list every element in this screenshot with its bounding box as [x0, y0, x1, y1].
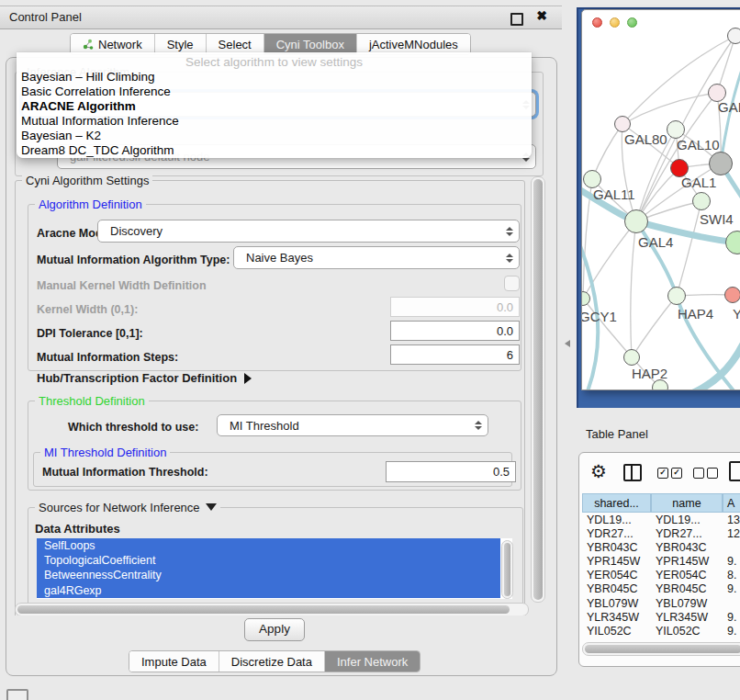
minimized-panel-icon[interactable]: [6, 689, 28, 700]
table-row[interactable]: YDL19... YDL19... 13: [582, 514, 740, 527]
algorithm-dropdown-item[interactable]: Bayesian – K2: [17, 129, 532, 143]
window-minimize-icon[interactable]: [610, 17, 620, 28]
split-divider-collapse-arrow[interactable]: [565, 340, 570, 347]
close-panel-icon[interactable]: ✖: [536, 8, 547, 23]
which-threshold-combobox[interactable]: MI Threshold: [217, 414, 488, 436]
network-node[interactable]: [623, 349, 640, 366]
table-row[interactable]: YDR27... YDR27... 12: [582, 527, 740, 541]
table-row[interactable]: YER054C YER054C 8.: [582, 569, 740, 582]
algorithm-dropdown-item[interactable]: Dream8 DC_TDC Algorithm: [17, 143, 532, 158]
table-panel-title: Table Panel: [586, 427, 648, 441]
unchecked-checkbox-icon[interactable]: [707, 468, 718, 479]
apply-button[interactable]: Apply: [244, 618, 305, 641]
data-attribute-item[interactable]: TopologicalCoefficient: [37, 553, 500, 568]
mi-algorithm-type-combobox[interactable]: Naive Bayes: [233, 246, 520, 269]
network-canvas[interactable]: GALGAL80GAL10GAL1GAL11GAL4SWI4HAP4YGCY1H…: [581, 9, 740, 390]
table-horizontal-scrollbar[interactable]: [582, 642, 740, 656]
app-root: Control Panel ✖ Network Style Select Cyn…: [0, 0, 740, 700]
data-attributes-list: SelfLoopsTopologicalCoefficientBetweenne…: [37, 538, 512, 599]
tab-impute-data[interactable]: Impute Data: [129, 651, 219, 672]
data-attributes-label: Data Attributes: [35, 522, 120, 536]
control-panel-title: Control Panel: [9, 10, 82, 24]
algorithm-definition-title: Algorithm Definition: [35, 198, 146, 211]
aracne-mode-value: Discovery: [110, 224, 163, 238]
mi-algorithm-type-value: Naive Bayes: [246, 251, 313, 265]
checked-checkbox-icon[interactable]: ✓: [657, 468, 668, 479]
network-node[interactable]: [667, 287, 686, 305]
window-close-icon[interactable]: [592, 17, 602, 28]
dpi-tolerance-field[interactable]: 0.0: [390, 321, 520, 341]
tab-style[interactable]: Style: [155, 34, 207, 54]
mi-algorithm-type-label: Mutual Information Algorithm Type:: [37, 254, 230, 266]
mi-threshold-field[interactable]: 0.5: [386, 461, 516, 482]
columns-icon[interactable]: [623, 464, 642, 481]
tab-infer-network[interactable]: Infer Network: [325, 651, 420, 672]
network-node[interactable]: [692, 192, 711, 210]
network-node[interactable]: [727, 28, 740, 44]
mi-steps-field[interactable]: 6: [390, 344, 520, 365]
attributes-list-scrollbar[interactable]: [501, 540, 513, 599]
algorithm-dropdown-item[interactable]: ARACNE Algorithm: [17, 99, 532, 114]
network-node-label: Y: [733, 306, 740, 322]
unchecked-checkbox-icon[interactable]: [693, 468, 704, 479]
table-panel: ⚙ ✓ ✓ shared... name A YDL19... YDL19...…: [578, 452, 740, 667]
settings-vertical-scrollbar[interactable]: [531, 176, 545, 603]
table-row[interactable]: YLR345W YLR345W 9.: [582, 611, 740, 625]
network-node[interactable]: [667, 120, 685, 139]
algorithm-dropdown-item[interactable]: Mutual Information Inference: [17, 114, 532, 129]
mi-threshold-label: Mutual Information Threshold:: [42, 466, 208, 479]
settings-scroll-area: Cyni Algorithm Settings Algorithm Defini…: [11, 173, 545, 615]
network-tab-icon: [83, 39, 94, 50]
algorithm-dropdown-item[interactable]: Bayesian – Hill Climbing: [17, 70, 532, 85]
table-row[interactable]: YPR145W YPR145W 9.: [582, 555, 740, 569]
network-node-label: GAL4: [638, 234, 673, 250]
document-icon[interactable]: [729, 461, 740, 481]
mi-threshold-group-title: MI Threshold Definition: [40, 446, 170, 459]
network-node[interactable]: [652, 379, 668, 390]
sources-group-title[interactable]: Sources for Network Inference: [35, 501, 220, 514]
column-header-shared[interactable]: shared...: [582, 493, 651, 513]
tab-cyni-toolbox[interactable]: Cyni Toolbox: [264, 34, 357, 54]
window-zoom-icon[interactable]: [627, 17, 637, 28]
table-row[interactable]: YIL052C YIL052C 9.: [582, 625, 740, 635]
manual-kernel-width-checkbox[interactable]: [504, 276, 520, 291]
gear-icon[interactable]: ⚙: [590, 460, 607, 482]
cyni-settings-group-title: Cyni Algorithm Settings: [22, 174, 152, 187]
network-node-label: GCY1: [581, 309, 617, 324]
settings-horizontal-scrollbar[interactable]: [15, 603, 529, 615]
network-node[interactable]: [709, 152, 733, 175]
float-panel-icon[interactable]: [510, 13, 523, 26]
data-attribute-item[interactable]: SelfLoops: [37, 538, 500, 553]
kernel-width-field[interactable]: 0.0: [390, 297, 520, 317]
expand-arrow-icon: [244, 373, 252, 384]
network-node[interactable]: [614, 116, 631, 132]
column-header-clipped[interactable]: A: [723, 493, 740, 513]
table-row[interactable]: YBR045C YBR045C 9.: [582, 582, 740, 596]
network-node[interactable]: [583, 170, 601, 188]
combo-stepper-icon: [506, 254, 513, 263]
network-node-label: GAL10: [677, 137, 720, 152]
tab-select[interactable]: Select: [207, 34, 264, 54]
aracne-mode-combobox[interactable]: Discovery: [97, 220, 520, 243]
dpi-tolerance-label: DPI Tolerance [0,1]:: [37, 327, 143, 340]
column-header-name[interactable]: name: [651, 493, 723, 513]
tab-network[interactable]: Network: [71, 34, 155, 54]
table-row[interactable]: YBR043C YBR043C: [582, 541, 740, 555]
mi-steps-label: Mutual Information Steps:: [37, 351, 178, 364]
control-panel-titlebar: Control Panel ✖: [0, 6, 562, 29]
manual-kernel-width-label: Manual Kernel Width Definition: [37, 279, 207, 292]
checked-checkbox-icon[interactable]: ✓: [671, 468, 682, 479]
kernel-width-label: Kernel Width (0,1):: [37, 303, 138, 316]
network-node-label: GAL80: [624, 131, 667, 147]
algorithm-dropdown-popup: Select algorithm to view settings Bayesi…: [17, 52, 532, 158]
network-node[interactable]: [624, 209, 648, 233]
table-row[interactable]: YBL079W YBL079W: [582, 597, 740, 611]
algorithm-dropdown-item[interactable]: Basic Correlation Inference: [17, 85, 532, 99]
hub-definition-toggle[interactable]: Hub/Transcription Factor Definition: [37, 371, 252, 385]
network-node[interactable]: [724, 287, 740, 303]
data-attribute-item[interactable]: BetweennessCentrality: [37, 568, 500, 582]
data-attribute-item[interactable]: gal4RGexp: [37, 583, 500, 598]
tab-discretize-data[interactable]: Discretize Data: [219, 651, 325, 672]
network-node-label: GAL: [718, 99, 740, 115]
tab-jactivemnodules[interactable]: jActiveMNodules: [357, 34, 470, 54]
